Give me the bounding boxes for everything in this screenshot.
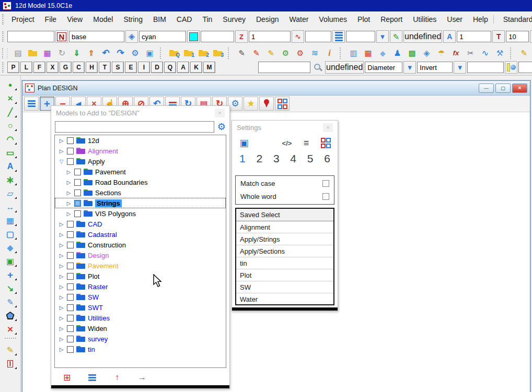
tree-checkbox[interactable] [67, 148, 74, 155]
tree-checkbox[interactable] [74, 189, 81, 196]
saved-select-row[interactable]: Alignment [236, 221, 333, 233]
tree-expand-arrow[interactable]: ▷ [59, 326, 64, 331]
measure-2-field[interactable] [518, 62, 532, 73]
tree-expand-arrow[interactable]: ▽ [59, 159, 64, 164]
tree-item[interactable]: ▷SWT [55, 302, 226, 313]
view-settings-button[interactable]: ⚙ [228, 97, 242, 111]
quick-search-field[interactable] [258, 62, 310, 73]
tree-checkbox[interactable] [67, 325, 74, 332]
models-panel-header[interactable]: Models to Add to "DESIGN" × [51, 106, 229, 120]
snap-name-field[interactable] [7, 31, 54, 42]
menu-user[interactable]: User [442, 15, 468, 23]
menu-report[interactable]: Report [375, 15, 408, 23]
settings-close-button[interactable]: × [323, 123, 333, 132]
umbrella-button[interactable]: ☂ [435, 47, 448, 60]
code-view-button[interactable]: </> [281, 137, 293, 149]
tree-checkbox[interactable] [74, 210, 81, 217]
tree-expand-arrow[interactable]: ▷ [66, 211, 72, 217]
plot-frame-button[interactable]: ▥ [347, 47, 360, 60]
tree-item[interactable]: ▷Cadastral [55, 229, 226, 240]
node-tool-button[interactable]: × [4, 92, 17, 104]
add-selected-button[interactable]: ↑ [111, 371, 123, 384]
menu-cad[interactable]: CAD [171, 15, 198, 23]
line-tool-button[interactable]: ╱ [4, 106, 17, 118]
linestyle-field[interactable] [201, 31, 234, 42]
snap-key-K-button[interactable]: K [190, 62, 202, 73]
edit-pen-button[interactable]: ✎ [264, 47, 277, 60]
tin-surface-button[interactable]: ◈ [420, 47, 433, 60]
tree-item[interactable]: ▷Sections [55, 187, 226, 198]
textstyle-field[interactable] [457, 31, 491, 42]
settings-option-checkbox[interactable] [322, 193, 329, 200]
snap-key-P-button[interactable]: P [7, 62, 19, 73]
snap-key-A-button[interactable]: A [177, 62, 189, 73]
screen-layout-button[interactable]: ▣ [143, 47, 156, 60]
tree-expand-arrow[interactable]: ▷ [59, 305, 64, 311]
tree-checkbox[interactable] [67, 158, 74, 165]
panel-resize-edge[interactable] [51, 385, 229, 388]
settings-tab-1[interactable]: 1 [239, 152, 246, 165]
settings-tab-5[interactable]: 5 [307, 152, 314, 165]
z-field[interactable] [249, 31, 291, 42]
tree-expand-arrow[interactable]: ▷ [59, 315, 64, 321]
tree-item[interactable]: ▷Pavement [55, 167, 226, 177]
style-field[interactable] [346, 31, 375, 42]
folder-1-button[interactable]: 1 [182, 47, 195, 60]
tree-expand-arrow[interactable]: ▷ [59, 232, 64, 237]
menu-string[interactable]: String [118, 15, 148, 23]
invert-dropdown-button[interactable]: ▼ [454, 61, 466, 74]
pin-pen-button[interactable]: ✎ [250, 47, 263, 60]
undo-button[interactable]: ↶ [99, 47, 112, 60]
insert-model-button[interactable]: → [136, 371, 148, 384]
tree-item[interactable]: ▷tin [55, 344, 226, 354]
menu-file[interactable]: File [40, 15, 62, 23]
text-colour-button[interactable]: T [492, 30, 505, 43]
tree-checkbox[interactable] [67, 242, 74, 248]
redo-button[interactable]: ↷ [114, 47, 127, 60]
menu-tin[interactable]: Tin [197, 15, 217, 23]
offset-tool-button[interactable]: ▱ [4, 187, 17, 199]
tree-checkbox[interactable] [67, 315, 74, 322]
view-grid-button[interactable] [275, 97, 290, 111]
saved-select-row[interactable]: SW [236, 281, 333, 293]
text-height-button[interactable]: T [530, 30, 532, 43]
snap-cogo-tool-button[interactable]: ↘ [4, 282, 17, 294]
tree-checkbox[interactable] [67, 336, 74, 342]
save-settings-button[interactable]: ▣ [238, 137, 250, 149]
tree-expand-arrow[interactable]: ▷ [59, 148, 64, 154]
image-insert-tool-button[interactable]: ▣ [4, 255, 17, 267]
settings-tab-3[interactable]: 3 [273, 152, 280, 165]
calendar-button[interactable]: ▦ [362, 47, 375, 60]
settings-tab-6[interactable]: 6 [324, 152, 330, 165]
interval-tool-button[interactable]: I [4, 358, 17, 370]
menu-utilities[interactable]: Utilities [408, 15, 442, 23]
models-filter-input[interactable] [55, 121, 214, 133]
save-project-button[interactable]: ▦ [41, 47, 54, 60]
face-tool-button[interactable]: ◆ [4, 242, 17, 254]
snap-pin-button[interactable] [259, 97, 274, 111]
arc-tool-button[interactable]: ◠ [4, 133, 17, 145]
tree-checkbox[interactable] [74, 200, 81, 207]
link-string-button[interactable]: ∿ [479, 47, 492, 60]
toolbar-grip[interactable] [2, 48, 8, 58]
diameter-dropdown-button[interactable]: ▼ [403, 61, 416, 74]
polygon-tool-button[interactable]: ○ [4, 120, 17, 132]
z-value-button[interactable]: Z [235, 30, 248, 43]
toolbar-grip[interactable] [2, 14, 4, 25]
invert-field[interactable] [417, 62, 453, 73]
tree-expand-arrow[interactable]: ▷ [59, 253, 64, 258]
plan-window-titlebar[interactable]: Plan DESIGN —▢× [22, 81, 530, 96]
open-project-button[interactable] [26, 47, 39, 60]
tree-expand-arrow[interactable]: ▷ [66, 180, 72, 185]
menu-standard[interactable]: Standard [499, 15, 532, 23]
textstyle-button[interactable]: A [443, 30, 456, 43]
tree-expand-arrow[interactable]: ▷ [59, 284, 64, 290]
pinwheel-tool-button[interactable]: ∗ [4, 174, 17, 186]
measure-1-button[interactable] [505, 61, 517, 74]
menu-view[interactable]: View [62, 15, 88, 23]
point-tool-button[interactable]: • [4, 79, 17, 91]
colour-field[interactable] [139, 31, 186, 42]
panel-resize-edge[interactable] [232, 307, 338, 311]
snap-key-I-button[interactable]: I [138, 62, 150, 73]
new-project-button[interactable]: ▤ [11, 47, 25, 60]
